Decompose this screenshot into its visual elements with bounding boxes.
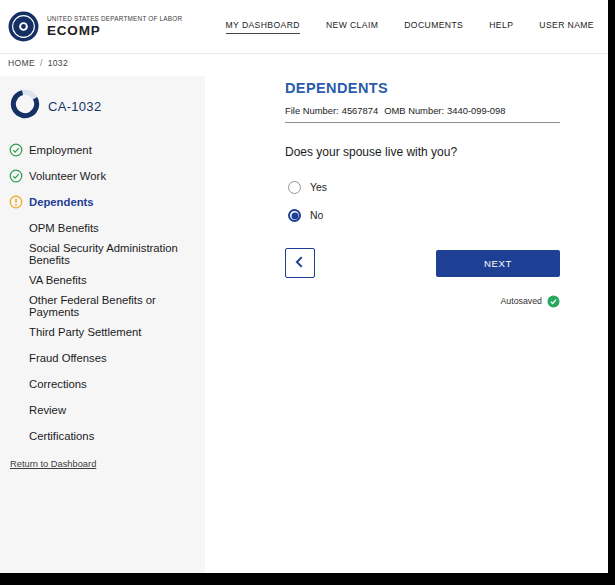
autosave-label: Autosaved <box>500 296 542 306</box>
form-section-list: Employment Volunteer Work <box>0 137 205 449</box>
radio-button-unchecked[interactable] <box>288 181 301 194</box>
form-title: CA-1032 <box>48 99 101 114</box>
sidebar-item-label: Volunteer Work <box>29 170 106 182</box>
sidebar-item-ssa-benefits[interactable]: Social Security Administration Benefits <box>0 241 205 267</box>
screenshot-frame: UNITED STATES DEPARTMENT OF LABOR ECOMP … <box>0 0 615 585</box>
sidebar-item-employment[interactable]: Employment <box>0 137 205 163</box>
sidebar-item-fraud-offenses[interactable]: Fraud Offenses <box>0 345 205 371</box>
file-number-label: File Number: <box>285 105 339 116</box>
sidebar-item-label: Employment <box>29 144 92 156</box>
nav-help[interactable]: HELP <box>489 20 513 33</box>
radio-button-checked[interactable] <box>288 209 301 222</box>
check-circle-icon <box>9 143 23 157</box>
sidebar-item-label: Review <box>29 404 66 416</box>
form-meta: File Number: 4567874 OMB Number: 3440-09… <box>285 105 560 116</box>
form-actions: NEXT <box>285 248 560 278</box>
brand-text: UNITED STATES DEPARTMENT OF LABOR ECOMP <box>47 15 182 38</box>
sidebar-item-third-party-settlement[interactable]: Third Party Settlement <box>0 319 205 345</box>
nav-user-name[interactable]: USER NAME <box>539 20 594 33</box>
brand-block[interactable]: UNITED STATES DEPARTMENT OF LABOR ECOMP <box>8 11 182 42</box>
agency-name: UNITED STATES DEPARTMENT OF LABOR <box>47 15 182 22</box>
sidebar-item-label: Corrections <box>29 378 87 390</box>
sidebar-item-opm-benefits[interactable]: OPM Benefits <box>0 215 205 241</box>
radio-label: Yes <box>310 182 327 193</box>
app-name: ECOMP <box>47 23 182 38</box>
next-button[interactable]: NEXT <box>436 250 560 277</box>
page-title: DEPENDENTS <box>285 80 560 96</box>
progress-ring-icon <box>10 89 40 123</box>
radio-option-no[interactable]: No <box>285 209 560 222</box>
chevron-left-icon <box>292 254 308 273</box>
sidebar-item-label: Certifications <box>29 430 94 442</box>
dol-seal-logo <box>8 11 39 42</box>
breadcrumb-home[interactable]: HOME <box>8 58 35 68</box>
sidebar-item-other-federal-benefits[interactable]: Other Federal Benefits or Payments <box>0 293 205 319</box>
sidebar-item-review[interactable]: Review <box>0 397 205 423</box>
sidebar-item-label: Other Federal Benefits or Payments <box>29 294 205 318</box>
breadcrumb-current: 1032 <box>48 58 68 68</box>
return-to-dashboard-link[interactable]: Return to Dashboard <box>10 459 96 469</box>
radio-option-yes[interactable]: Yes <box>285 181 560 194</box>
sidebar-item-certifications[interactable]: Certifications <box>0 423 205 449</box>
file-number-value: 4567874 <box>342 105 379 116</box>
top-navigation: MY DASHBOARD NEW CLAIM DOCUMENTS HELP US… <box>226 20 594 34</box>
sidebar-item-label: Social Security Administration Benefits <box>29 242 205 266</box>
sidebar-item-label: VA Benefits <box>29 274 87 286</box>
nav-documents[interactable]: DOCUMENTS <box>404 20 463 33</box>
meta-divider <box>285 122 560 123</box>
autosave-status: Autosaved <box>285 294 560 307</box>
omb-number-value: 3440-099-098 <box>447 105 505 116</box>
ecomp-app-window: UNITED STATES DEPARTMENT OF LABOR ECOMP … <box>0 0 608 573</box>
autosave-check-icon <box>547 294 560 307</box>
sidebar-item-volunteer-work[interactable]: Volunteer Work <box>0 163 205 189</box>
breadcrumb-separator: / <box>40 58 43 68</box>
top-header: UNITED STATES DEPARTMENT OF LABOR ECOMP … <box>0 0 608 54</box>
form-content: DEPENDENTS File Number: 4567874 OMB Numb… <box>285 80 560 307</box>
sidebar-item-label: OPM Benefits <box>29 222 99 234</box>
form-sidebar: CA-1032 Employment <box>0 76 205 573</box>
nav-new-claim[interactable]: NEW CLAIM <box>326 20 378 33</box>
breadcrumb: HOME / 1032 <box>8 58 68 68</box>
sidebar-item-label: Fraud Offenses <box>29 352 107 364</box>
sidebar-item-va-benefits[interactable]: VA Benefits <box>0 267 205 293</box>
sidebar-item-dependents[interactable]: Dependents <box>0 189 205 215</box>
spouse-question: Does your spouse live with you? <box>285 145 560 159</box>
sidebar-item-label: Third Party Settlement <box>29 326 141 338</box>
spouse-radio-group: Yes No <box>285 181 560 222</box>
nav-my-dashboard[interactable]: MY DASHBOARD <box>226 20 300 34</box>
warning-circle-icon <box>9 195 23 209</box>
omb-number-label: OMB Number: <box>384 105 444 116</box>
sidebar-item-corrections[interactable]: Corrections <box>0 371 205 397</box>
sidebar-item-label: Dependents <box>29 196 94 208</box>
check-circle-icon <box>9 169 23 183</box>
back-button[interactable] <box>285 248 315 278</box>
radio-label: No <box>310 210 323 221</box>
form-progress-header: CA-1032 <box>0 89 205 123</box>
